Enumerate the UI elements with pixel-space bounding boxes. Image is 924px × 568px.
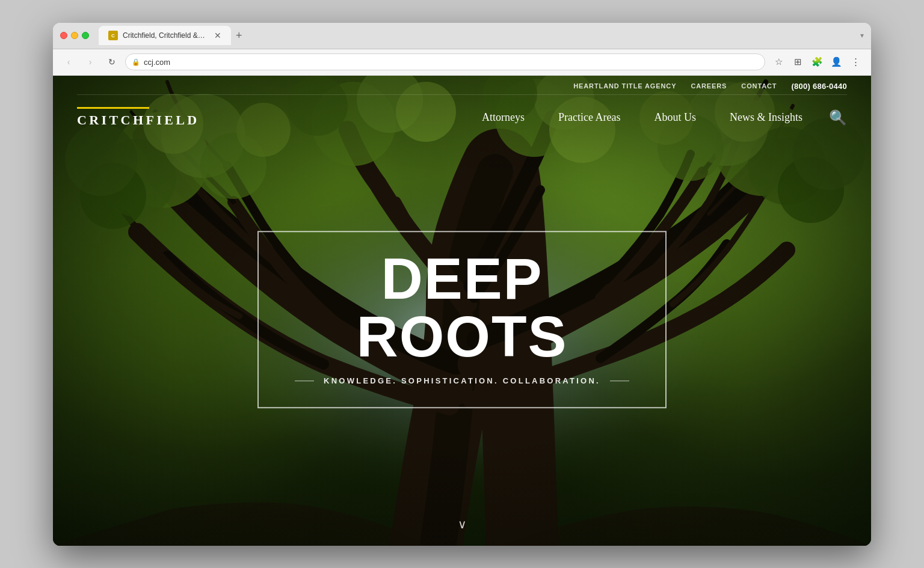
extensions-button[interactable]: 🧩 <box>808 53 825 70</box>
maximize-button[interactable] <box>82 32 89 39</box>
tab-close-icon[interactable]: ✕ <box>214 31 221 40</box>
nav-top-bar: HEARTLAND TITLE AGENCY CAREERS CONTACT (… <box>77 76 847 95</box>
search-button[interactable]: 🔍 <box>819 105 847 131</box>
hero-divider-left <box>295 380 314 381</box>
back-button[interactable]: ‹ <box>60 53 77 70</box>
menu-button[interactable]: ⋮ <box>847 53 864 70</box>
minimize-button[interactable] <box>71 32 78 39</box>
website-content: HEARTLAND TITLE AGENCY CAREERS CONTACT (… <box>53 76 871 546</box>
address-bar[interactable]: 🔒 ccj.com <box>125 53 765 70</box>
nav-attorneys[interactable]: Attorneys <box>465 106 541 129</box>
nav-main-row: CRITCHFIELD Attorneys Practice Areas Abo… <box>77 95 847 141</box>
browser-toolbar: ‹ › ↻ 🔒 ccj.com ☆ ⊞ 🧩 👤 ⋮ <box>53 49 871 76</box>
tab-bar: C Critchfield, Critchfield & John... ✕ + <box>99 26 855 45</box>
toolbar-actions: ☆ ⊞ 🧩 👤 ⋮ <box>770 53 864 70</box>
hero-box: DEEP ROOTS KNOWLEDGE. SOPHISTICATION. CO… <box>257 231 667 408</box>
logo-accent-line <box>77 107 149 109</box>
hero-subtitle: KNOWLEDGE. SOPHISTICATION. COLLABORATION… <box>324 376 600 385</box>
lock-icon: 🔒 <box>132 58 140 66</box>
scroll-indicator[interactable]: ∨ <box>458 517 467 531</box>
new-tab-button[interactable]: + <box>233 27 245 44</box>
forward-button[interactable]: › <box>82 53 99 70</box>
browser-window: C Critchfield, Critchfield & John... ✕ +… <box>53 23 871 546</box>
nav-practice-areas[interactable]: Practice Areas <box>541 106 637 129</box>
hero-title: DEEP ROOTS <box>295 250 629 365</box>
hero-content: DEEP ROOTS KNOWLEDGE. SOPHISTICATION. CO… <box>257 231 667 408</box>
logo-text: CRITCHFIELD <box>77 112 200 128</box>
nav-about-us[interactable]: About Us <box>637 106 713 129</box>
tab-groups-button[interactable]: ⊞ <box>789 53 806 70</box>
contact-link[interactable]: CONTACT <box>741 82 777 90</box>
traffic-lights <box>60 32 89 39</box>
url-display: ccj.com <box>144 58 170 67</box>
bookmark-button[interactable]: ☆ <box>770 53 787 70</box>
nav-news-insights[interactable]: News & Insights <box>713 106 819 129</box>
site-navigation: HEARTLAND TITLE AGENCY CAREERS CONTACT (… <box>53 76 871 141</box>
hero-divider-row: KNOWLEDGE. SOPHISTICATION. COLLABORATION… <box>295 376 629 385</box>
site-logo[interactable]: CRITCHFIELD <box>77 107 200 128</box>
heartland-link[interactable]: HEARTLAND TITLE AGENCY <box>573 82 676 90</box>
nav-links: Attorneys Practice Areas About Us News &… <box>465 105 847 131</box>
browser-titlebar: C Critchfield, Critchfield & John... ✕ +… <box>53 23 871 49</box>
phone-number[interactable]: (800) 686-0440 <box>791 82 847 91</box>
tab-favicon-icon: C <box>108 31 118 40</box>
close-button[interactable] <box>60 32 67 39</box>
active-tab[interactable]: C Critchfield, Critchfield & John... ✕ <box>99 26 231 45</box>
tab-title: Critchfield, Critchfield & John... <box>123 31 207 40</box>
hero-divider-right <box>610 380 629 381</box>
refresh-button[interactable]: ↻ <box>103 53 120 70</box>
profile-button[interactable]: 👤 <box>828 53 845 70</box>
careers-link[interactable]: CAREERS <box>691 82 727 90</box>
